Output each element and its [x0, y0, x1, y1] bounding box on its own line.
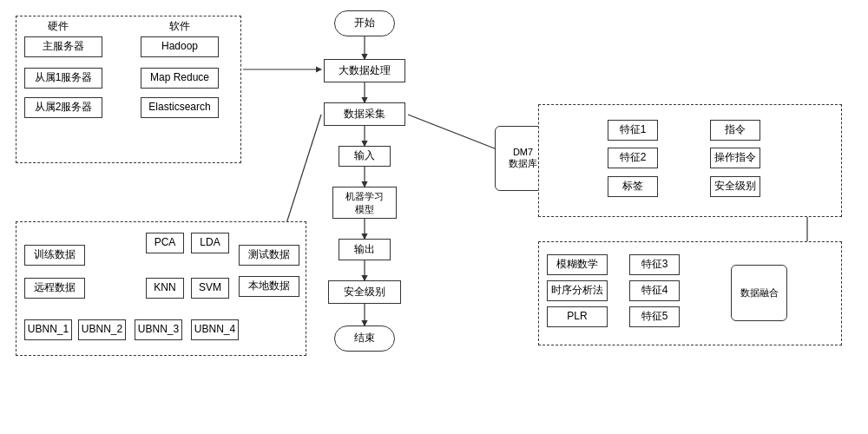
feature-right-top-container — [538, 104, 842, 217]
master-server-label: 主服务器 — [43, 40, 84, 54]
test-data-node: 测试数据 — [239, 245, 299, 266]
knn-label: KNN — [154, 281, 175, 295]
hadoop-label: Hadoop — [161, 40, 198, 54]
feature4-node: 特征4 — [629, 280, 680, 301]
remote-data-node: 远程数据 — [24, 278, 85, 299]
security-level-node: 安全级别 — [710, 176, 760, 197]
plr-node: PLR — [547, 306, 608, 327]
mlmodel-node: 机器学习 模型 — [332, 187, 397, 219]
train-data-node: 训练数据 — [24, 245, 85, 266]
security-center-label: 安全级别 — [344, 286, 385, 299]
input-label: 输入 — [354, 149, 375, 163]
ubnn1-node: UBNN_1 — [24, 319, 72, 340]
ubnn2-node: UBNN_2 — [78, 319, 126, 340]
lda-node: LDA — [191, 233, 229, 253]
command-label: 指令 — [725, 123, 746, 137]
bigdata-label: 大数据处理 — [339, 64, 391, 78]
feature1-label: 特征1 — [620, 123, 647, 137]
hadoop-node: Hadoop — [141, 36, 219, 57]
svm-node: SVM — [191, 278, 229, 299]
svm-label: SVM — [199, 281, 221, 295]
software-title: 软件 — [169, 19, 190, 34]
pca-label: PCA — [155, 236, 176, 250]
slave1-label: 从属1服务器 — [35, 71, 93, 85]
feature2-label: 特征2 — [620, 151, 647, 165]
feature4-label: 特征4 — [641, 284, 668, 298]
feature2-node: 特征2 — [608, 148, 658, 168]
label-node: 标签 — [608, 176, 658, 197]
data-fusion-label: 数据融合 — [740, 286, 779, 299]
end-node: 结束 — [334, 326, 395, 352]
mapreduce-node: Map Reduce — [141, 68, 219, 89]
ubnn1-label: UBNN_1 — [28, 323, 69, 337]
feature5-node: 特征5 — [629, 306, 680, 327]
fuzzy-math-node: 模糊数学 — [547, 254, 608, 275]
mapreduce-label: Map Reduce — [150, 71, 209, 85]
security-center-node: 安全级别 — [328, 280, 401, 304]
software-title-label: 软件 — [169, 20, 190, 32]
hardware-title-label: 硬件 — [48, 20, 69, 32]
bigdata-node: 大数据处理 — [324, 59, 405, 82]
output-node: 输出 — [339, 239, 391, 260]
datacollect-node: 数据采集 — [324, 102, 405, 126]
time-analysis-node: 时序分析法 — [547, 280, 608, 301]
slave2-node: 从属2服务器 — [24, 97, 102, 118]
ubnn4-label: UBNN_4 — [194, 323, 235, 337]
hardware-title: 硬件 — [48, 19, 69, 34]
local-data-node: 本地数据 — [239, 276, 299, 297]
feature3-node: 特征3 — [629, 254, 680, 275]
start-label: 开始 — [354, 16, 375, 30]
knn-node: KNN — [146, 278, 184, 299]
time-analysis-label: 时序分析法 — [551, 284, 603, 298]
ubnn2-label: UBNN_2 — [82, 323, 122, 337]
elasticsearch-label: Elasticsearch — [148, 101, 210, 115]
datacollect-label: 数据采集 — [344, 108, 385, 122]
slave2-label: 从属2服务器 — [35, 101, 93, 115]
label-label: 标签 — [622, 180, 643, 194]
ubnn3-node: UBNN_3 — [135, 319, 182, 340]
elasticsearch-node: Elasticsearch — [141, 97, 219, 118]
ubnn3-label: UBNN_3 — [138, 323, 179, 337]
feature5-label: 特征5 — [641, 310, 668, 324]
security-level-label: 安全级别 — [714, 180, 756, 194]
local-data-label: 本地数据 — [248, 279, 290, 293]
feature1-node: 特征1 — [608, 120, 658, 141]
test-data-label: 测试数据 — [248, 248, 290, 262]
plr-label: PLR — [567, 310, 587, 324]
op-command-node: 操作指令 — [710, 148, 760, 168]
dm7-label: DM7 数据库 — [509, 147, 537, 170]
slave1-node: 从属1服务器 — [24, 68, 102, 89]
train-data-label: 训练数据 — [34, 248, 76, 262]
svg-line-9 — [408, 115, 503, 152]
ubnn4-node: UBNN_4 — [191, 319, 239, 340]
end-label: 结束 — [354, 332, 375, 345]
op-command-label: 操作指令 — [714, 151, 756, 165]
pca-node: PCA — [146, 233, 184, 253]
output-label: 输出 — [354, 243, 375, 257]
remote-data-label: 远程数据 — [34, 281, 76, 295]
start-node: 开始 — [334, 10, 395, 36]
mlmodel-label: 机器学习 模型 — [345, 190, 384, 215]
lda-label: LDA — [200, 236, 220, 250]
fuzzy-math-label: 模糊数学 — [556, 258, 598, 272]
feature3-label: 特征3 — [641, 258, 668, 272]
input-node: 输入 — [339, 146, 391, 167]
data-fusion-node: 数据融合 — [731, 265, 787, 321]
master-server-node: 主服务器 — [24, 36, 102, 57]
command-node: 指令 — [710, 120, 760, 141]
